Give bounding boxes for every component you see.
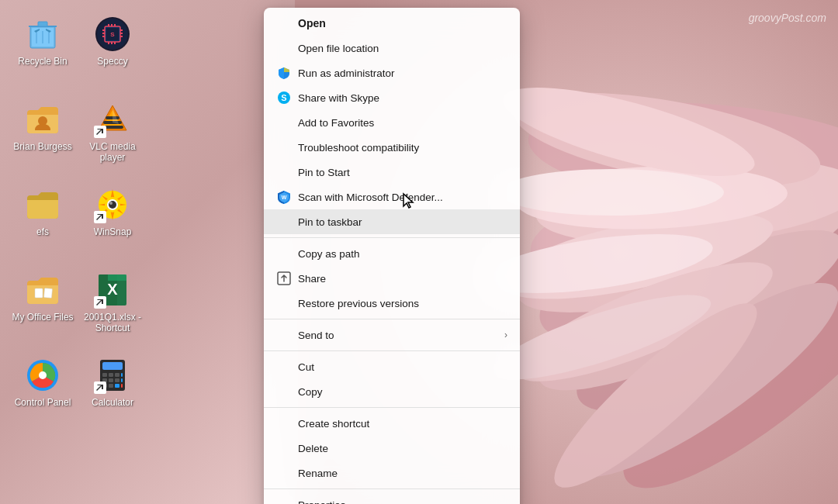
desktop-icon-excel-shortcut[interactable]: X 2001Q1.xlsx - Shortcut	[78, 264, 147, 341]
menu-item-restore-versions[interactable]: Restore previous versions	[264, 291, 520, 316]
svg-rect-30	[120, 33, 123, 34]
speccy-icon: S	[94, 16, 131, 53]
menu-item-create-shortcut[interactable]: Create shortcut	[264, 411, 520, 436]
menu-item-share-label: Share	[298, 273, 507, 285]
menu-item-run-as-admin[interactable]: Run as administrator	[264, 60, 520, 85]
menu-item-share[interactable]: Share	[264, 266, 520, 291]
user-folder-icon	[24, 101, 61, 138]
menu-item-pin-start[interactable]: Pin to Start	[264, 160, 520, 185]
svg-rect-36	[111, 42, 113, 44]
control-panel-label: Control Panel	[15, 397, 71, 408]
menu-item-send-to[interactable]: Send to ›	[264, 323, 520, 347]
menu-item-cut-label: Cut	[298, 361, 507, 373]
desktop-icon-efs[interactable]: efs	[8, 178, 78, 256]
svg-text:W: W	[282, 195, 287, 200]
menu-item-open-file-location-label: Open file location	[298, 43, 507, 54]
svg-rect-69	[115, 378, 119, 382]
desktop-icon-control-panel[interactable]: Control Panel	[8, 349, 78, 426]
create-shortcut-icon	[276, 416, 292, 431]
desktop-icon-winsnap[interactable]: WinSnap	[78, 178, 147, 256]
menu-item-open-file-location[interactable]: Open file location	[264, 36, 520, 60]
menu-item-properties[interactable]: Properties	[264, 492, 520, 504]
menu-item-troubleshoot-label: Troubleshoot compatibility	[298, 142, 507, 154]
menu-item-copy[interactable]: Copy	[264, 379, 520, 404]
svg-rect-52	[35, 288, 43, 298]
svg-point-51	[109, 202, 113, 205]
svg-rect-35	[108, 42, 109, 44]
vlc-icon	[94, 101, 131, 138]
recycle-bin-icon	[24, 16, 61, 53]
delete-icon	[276, 440, 292, 456]
menu-item-rename[interactable]: Rename	[264, 461, 520, 485]
menu-item-pin-taskbar[interactable]: Pin to taskbar	[264, 209, 520, 234]
svg-text:S: S	[110, 31, 115, 38]
svg-rect-27	[102, 33, 105, 34]
pin-taskbar-icon	[276, 214, 292, 230]
rename-icon	[276, 465, 292, 481]
menu-item-scan-defender-label: Scan with Microsoft Defender...	[298, 192, 507, 203]
menu-item-properties-label: Properties	[298, 499, 507, 505]
excel-shortcut-label: 2001Q1.xlsx - Shortcut	[81, 312, 144, 334]
menu-item-copy-as-path[interactable]: Copy as path	[264, 241, 520, 266]
menu-item-copy-label: Copy	[298, 386, 507, 398]
menu-item-create-shortcut-label: Create shortcut	[298, 418, 507, 430]
desktop-icon-speccy[interactable]: S Speccy	[78, 8, 147, 85]
svg-rect-70	[121, 378, 123, 382]
speccy-label: Speccy	[97, 56, 127, 67]
properties-icon	[276, 497, 292, 504]
svg-rect-53	[43, 288, 52, 299]
calculator-icon	[94, 357, 131, 394]
menu-item-scan-defender[interactable]: W Scan with Microsoft Defender...	[264, 185, 520, 209]
svg-rect-21	[38, 22, 47, 26]
menu-item-troubleshoot[interactable]: Troubleshoot compatibility	[264, 135, 520, 160]
recycle-bin-label: Recycle Bin	[18, 56, 67, 67]
svg-rect-33	[111, 24, 113, 26]
efs-icon	[24, 186, 61, 223]
desktop-icon-brian-burgess[interactable]: Brian Burgess	[8, 93, 78, 171]
separator-4	[264, 407, 520, 408]
menu-item-add-favorites[interactable]: Add to Favorites	[264, 110, 520, 135]
cut-icon	[276, 359, 292, 375]
vlc-label: VLC media player	[81, 141, 144, 164]
context-menu: Open Open file location Run as administr…	[264, 8, 520, 504]
share-icon	[276, 271, 292, 286]
separator-2	[264, 319, 520, 319]
svg-rect-34	[114, 24, 116, 26]
svg-point-50	[109, 201, 116, 209]
my-office-files-icon	[24, 271, 61, 309]
desktop-icon-my-office-files[interactable]: My Office Files	[8, 264, 78, 341]
svg-point-17	[499, 169, 724, 216]
winsnap-icon	[94, 186, 131, 223]
menu-item-copy-as-path-label: Copy as path	[298, 248, 507, 260]
desktop-icon-calculator[interactable]: Calculator	[78, 349, 147, 426]
menu-item-share-skype[interactable]: S Share with Skype	[264, 85, 520, 110]
menu-item-run-as-admin-label: Run as administrator	[298, 67, 507, 79]
winsnap-label: WinSnap	[94, 226, 132, 237]
svg-rect-62	[102, 362, 123, 370]
run-as-admin-icon	[276, 65, 292, 81]
svg-point-60	[39, 371, 47, 379]
open-icon	[276, 16, 292, 31]
svg-rect-31	[120, 36, 123, 37]
defender-icon: W	[276, 189, 292, 205]
desktop-icon-recycle-bin[interactable]: Recycle Bin	[8, 8, 78, 85]
menu-item-send-to-label: Send to	[298, 330, 498, 341]
send-to-arrow: ›	[504, 330, 507, 340]
menu-item-restore-versions-label: Restore previous versions	[298, 298, 507, 309]
svg-rect-29	[120, 29, 123, 31]
brian-burgess-label: Brian Burgess	[13, 141, 71, 152]
separator-3	[264, 350, 520, 351]
control-panel-icon	[24, 357, 61, 394]
menu-item-delete[interactable]: Delete	[264, 436, 520, 461]
troubleshoot-icon	[276, 140, 292, 155]
my-office-files-label: My Office Files	[12, 312, 73, 323]
menu-item-open[interactable]: Open	[264, 11, 520, 36]
desktop-icon-vlc[interactable]: VLC media player	[78, 93, 147, 171]
svg-text:X: X	[107, 281, 118, 298]
open-file-location-icon	[276, 40, 292, 56]
menu-item-pin-start-label: Pin to Start	[298, 167, 507, 178]
svg-rect-66	[121, 373, 123, 377]
menu-item-cut[interactable]: Cut	[264, 354, 520, 379]
menu-item-pin-taskbar-label: Pin to taskbar	[298, 216, 507, 228]
menu-item-rename-label: Rename	[298, 468, 507, 479]
